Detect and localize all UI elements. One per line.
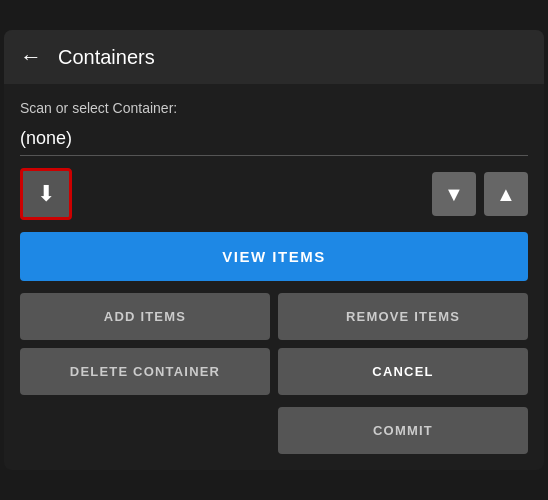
modal-header: ← Containers — [4, 30, 544, 84]
cancel-button[interactable]: CANCEL — [278, 348, 528, 395]
arrow-up-button[interactable]: ▲ — [484, 172, 528, 216]
scan-label: Scan or select Container: — [20, 100, 528, 116]
commit-row: COMMIT — [20, 407, 528, 454]
view-items-button[interactable]: VIEW ITEMS — [20, 232, 528, 281]
input-row: ⬇ ▼ ▲ — [20, 168, 528, 220]
barcode-icon: ⬇ — [37, 181, 55, 207]
action-buttons: ADD ITEMS REMOVE ITEMS DELETE CONTAINER … — [20, 293, 528, 395]
containers-modal: ← Containers Scan or select Container: (… — [4, 30, 544, 470]
barcode-button[interactable]: ⬇ — [20, 168, 72, 220]
commit-button[interactable]: COMMIT — [278, 407, 528, 454]
back-icon[interactable]: ← — [20, 44, 42, 70]
remove-items-button[interactable]: REMOVE ITEMS — [278, 293, 528, 340]
add-items-button[interactable]: ADD ITEMS — [20, 293, 270, 340]
arrow-down-button[interactable]: ▼ — [432, 172, 476, 216]
container-value: (none) — [20, 128, 528, 156]
page-title: Containers — [58, 46, 155, 69]
delete-container-button[interactable]: DELETE CONTAINER — [20, 348, 270, 395]
modal-body: Scan or select Container: (none) ⬇ ▼ ▲ V… — [4, 84, 544, 470]
